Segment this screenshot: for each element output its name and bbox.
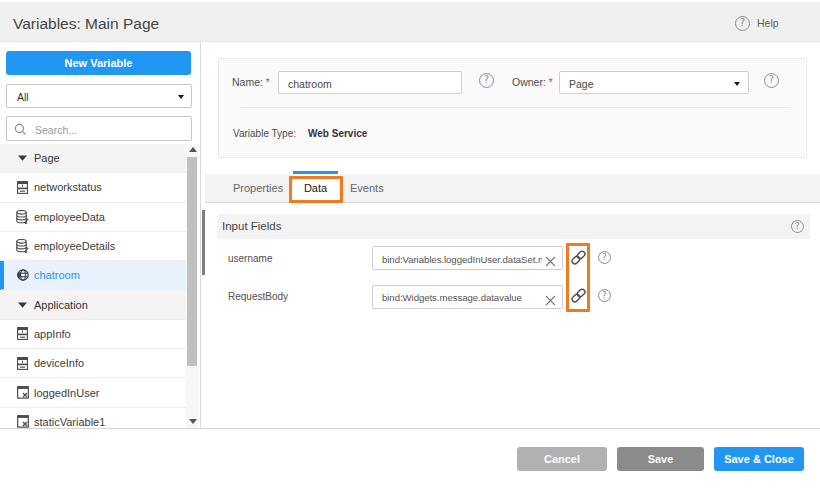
data-tab-annotation	[289, 176, 343, 203]
new-variable-button[interactable]: New Variable	[6, 51, 191, 75]
variable-type-label: Variable Type:	[233, 128, 296, 139]
input-fields-help-icon[interactable]: ?	[791, 220, 804, 233]
name-label: Name: *	[232, 76, 270, 88]
tree-item-networkstatus[interactable]: networkstatus	[0, 173, 186, 202]
cancel-button[interactable]: Cancel	[517, 447, 607, 471]
panel-scrollbar-thumb[interactable]	[202, 210, 205, 275]
search-icon	[14, 122, 27, 140]
search-input[interactable]	[33, 120, 187, 140]
variable-type-value: Web Service	[308, 128, 367, 139]
group-caret-icon[interactable]	[16, 155, 29, 161]
tree-item-label: Application	[34, 299, 88, 311]
tree-item-staticvariable1[interactable]: staticVariable1	[0, 408, 186, 428]
tree-item-label: loggedInUser	[34, 387, 99, 399]
filter-select-value: All	[17, 91, 29, 103]
tree-item-chatroom[interactable]: chatroom	[0, 261, 186, 290]
static-variable-icon	[16, 415, 29, 428]
tree-item-label: networkstatus	[34, 181, 102, 193]
tab-events[interactable]: Events	[350, 182, 384, 194]
input-fields-header: Input Fields ?	[217, 214, 810, 239]
username-bind-input[interactable]: bind:Variables.loggedInUser.dataSet.na	[372, 246, 563, 270]
owner-select[interactable]: Page	[559, 71, 749, 94]
group-caret-icon[interactable]	[16, 302, 29, 308]
tree-item-employeedata[interactable]: employeeData	[0, 203, 186, 232]
tree-item-label: deviceInfo	[34, 357, 84, 369]
variables-tree: PagenetworkstatusemployeeDataemployeeDet…	[0, 144, 186, 428]
tree-item-label: appInfo	[34, 328, 71, 340]
tree-item-deviceinfo[interactable]: deviceInfo	[0, 349, 186, 378]
tree-group-application[interactable]: Application	[0, 290, 186, 319]
static-variable-icon	[16, 386, 29, 399]
clear-icon[interactable]	[545, 253, 556, 271]
dialog-body-divider	[0, 428, 820, 429]
clear-icon[interactable]	[545, 292, 556, 310]
card-divider	[241, 107, 790, 108]
model-variable-icon	[16, 357, 29, 370]
bind-icons-annotation	[566, 243, 590, 312]
tree-item-label: employeeData	[34, 211, 105, 223]
requestbody-help-icon[interactable]: ?	[598, 289, 611, 302]
input-fields-title: Input Fields	[222, 220, 281, 232]
scroll-down-icon[interactable]	[189, 418, 197, 424]
help-icon[interactable]: ?	[735, 16, 750, 31]
variables-sidebar: New Variable All Pagenetworkstatusemploy…	[0, 42, 201, 428]
chevron-down-icon	[178, 95, 184, 99]
dialog-header: Variables: Main Page ? Help	[0, 2, 820, 42]
tree-group-page[interactable]: Page	[0, 144, 186, 173]
tree-item-appinfo[interactable]: appInfo	[0, 320, 186, 349]
owner-label: Owner: *	[512, 76, 553, 88]
required-asterisk: *	[266, 76, 270, 88]
name-help-icon[interactable]: ?	[479, 73, 494, 88]
tree-item-loggedinuser[interactable]: loggedInUser	[0, 378, 186, 407]
help-link[interactable]: Help	[757, 17, 779, 29]
required-asterisk: *	[549, 76, 553, 88]
name-input[interactable]: chatroom	[278, 71, 462, 94]
page-title: Variables: Main Page	[13, 15, 159, 33]
websocket-variable-icon	[16, 269, 29, 281]
service-variable-icon	[16, 210, 29, 224]
model-variable-icon	[16, 181, 29, 194]
save-button[interactable]: Save	[617, 447, 704, 471]
scroll-up-icon[interactable]	[189, 147, 197, 153]
model-variable-icon	[16, 327, 29, 340]
variables-dialog: Variables: Main Page ? Help New Variable…	[0, 0, 820, 489]
tree-item-label: chatroom	[34, 269, 80, 281]
field-label-username: username	[228, 253, 272, 264]
username-help-icon[interactable]: ?	[598, 251, 611, 264]
save-close-button[interactable]: Save & Close	[714, 447, 804, 471]
filter-select[interactable]: All	[6, 84, 192, 108]
chevron-down-icon	[734, 82, 740, 86]
requestbody-bind-input[interactable]: bind:Widgets.message.datavalue	[372, 285, 563, 309]
tree-item-label: Page	[34, 152, 60, 164]
search-box[interactable]	[6, 116, 192, 141]
service-variable-icon	[16, 239, 29, 253]
sidebar-scrollbar-thumb[interactable]	[187, 157, 197, 366]
tree-item-employeedetails[interactable]: employeeDetails	[0, 232, 186, 261]
tab-properties[interactable]: Properties	[233, 182, 283, 194]
field-label-requestbody: RequestBody	[228, 291, 288, 302]
owner-help-icon[interactable]: ?	[764, 73, 779, 88]
tree-item-label: employeeDetails	[34, 240, 115, 252]
tree-item-label: staticVariable1	[34, 416, 105, 428]
